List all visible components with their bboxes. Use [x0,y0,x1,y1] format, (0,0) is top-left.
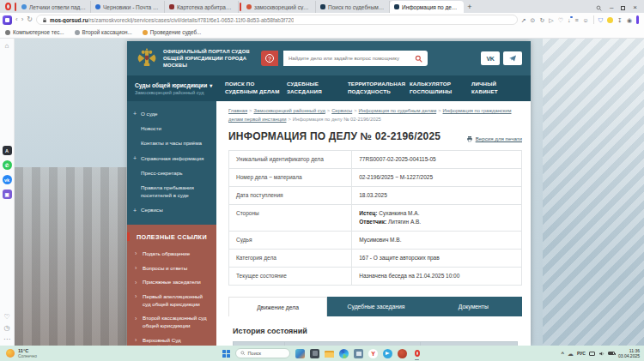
print-link[interactable]: Версия для печати [466,135,522,142]
sidebar-item-0[interactable]: О суде [127,106,216,121]
heart-icon[interactable]: ♡ [558,17,563,23]
whatsapp-icon[interactable]: ✆ [3,160,12,170]
browser-tab-3[interactable]: замоскворецкий суд — ... [242,1,316,13]
photos-icon[interactable] [295,349,305,358]
browser-tab-1[interactable]: Черновики - Почта Mail [91,1,165,13]
opera-menu-button[interactable] [2,1,14,12]
breadcrumb-item-2[interactable]: Сервисы [331,108,352,113]
close-button[interactable]: × [633,4,637,11]
download-icon[interactable]: ↓ [568,17,571,23]
sidebar-item-3[interactable]: Справочная информация [127,151,216,165]
sidebar-item-2[interactable]: Контакты и часы приёма [127,136,216,151]
cloud-icon[interactable]: ☁ [568,351,574,357]
home-icon[interactable]: ⌂ [5,42,9,50]
eye-icon[interactable]: ◉ [627,17,632,23]
more-icon[interactable]: ⋯ [3,336,10,343]
bookmark-item-0[interactable]: Компьютерное тес... [5,29,64,35]
breadcrumb-item-1[interactable]: Замоскворецкий районный суд [253,108,325,113]
bookmark-item-2[interactable]: Проведение судеб... [143,29,202,35]
browser-tab-5[interactable]: Информация по делу №... [390,1,464,13]
volume-icon[interactable] [598,351,605,357]
sidebar-item-4[interactable]: Пресс-секретарь [127,165,216,180]
address-bar[interactable]: mos-gorsud.ru/rs/zamoskvoreckij/services… [36,15,518,25]
restore-button[interactable] [621,6,625,10]
useful-link-3[interactable]: Первый апелляционный суд общей юрисдикци… [127,290,216,311]
nav-item-4[interactable]: ЛИЧНЫЙ КАБИНЕТ [471,81,519,96]
opera-icon[interactable] [412,349,422,358]
search-icon[interactable] [415,55,422,63]
battery-icon[interactable] [608,352,615,356]
taskbar-search[interactable]: Поиск [235,348,290,358]
sidebar-item-1[interactable]: Новости [127,121,216,135]
back-button[interactable]: ‹ [15,16,18,23]
browser-tab-4[interactable]: Поиск по судебным дел... [316,1,390,13]
sidebar-item-5[interactable]: Правила пребывания посетителей в суде [127,181,216,203]
share-icon[interactable]: ↗ [521,17,526,23]
browser-toolbar: ‹ › ↻ mos-gorsud.ru/rs/zamoskvoreckij/se… [0,13,644,27]
language-indicator[interactable]: РУС [577,351,586,356]
sidebar-item-6[interactable]: Сервисы [127,203,216,218]
history-icon[interactable]: ◷ [4,325,10,332]
useful-link-2[interactable]: Присяжные заседатели [127,275,216,290]
history-icon[interactable]: ↻ [539,17,544,23]
explorer-icon[interactable] [325,349,334,358]
vk-button[interactable]: VK [481,51,500,65]
store-icon[interactable] [354,349,363,358]
vk-messenger-icon[interactable]: vk [3,175,12,184]
display-icon[interactable] [589,352,595,356]
history-heading: История состояний [233,327,522,335]
useful-link-4[interactable]: Второй кассационный суд общей юрисдикции [127,311,216,333]
court-selector[interactable]: Суды общей юрисдикции▾ Замоскворецкий ра… [127,82,216,95]
breadcrumb-item-3[interactable]: Информация по судебным делам [359,108,437,113]
yandex-icon[interactable]: Y [368,349,378,358]
bookmark-item-1[interactable]: Второй кассацион... [75,29,132,35]
heart-icon[interactable]: ♡ [3,314,9,321]
browser-tab-0[interactable]: Летчики отвели падающ... [17,1,91,13]
nav-item-3[interactable]: КАЛЬКУЛЯТОР ГОСПОШЛИНЫ [410,81,471,96]
page-title: ИНФОРМАЦИЯ ПО ДЕЛУ № 02-2196/2025 [228,130,440,142]
useful-link-5[interactable]: Верховный Суд Российской Федерации [127,334,216,346]
hidden-icons-chevron[interactable]: ^ [561,351,564,356]
sidebar-toggle-icon[interactable] [636,15,639,24]
brave-icon[interactable] [398,349,407,358]
new-tab-button[interactable]: + [464,1,476,13]
minimize-button[interactable]: – [610,4,613,11]
messenger-icon[interactable]: ▣ [3,190,12,199]
telegram-button[interactable] [503,51,522,65]
useful-link-0[interactable]: Подать обращение [127,247,216,262]
case-tab-2[interactable]: Документы [425,297,522,316]
case-tab-0[interactable]: Движение дела [228,297,327,316]
weather-widget[interactable]: 11°C Солнечно [6,348,37,358]
toolbar-icons: ↗ ⊙ ↻ ▷ ♡ ↓ ≡ ☺ ⛉ ↧ ◉ [521,15,639,24]
forward-button[interactable]: › [21,16,24,23]
useful-link-1[interactable]: Вопросы и ответы [127,262,216,276]
detail-label: Категория дела [229,250,352,268]
task-view-icon[interactable] [310,349,319,358]
clock[interactable]: 11:36 03.04.2025 [618,348,640,359]
tab-search-icon[interactable] [596,5,602,11]
edge-icon[interactable] [339,349,349,358]
nav-item-2[interactable]: ТЕРРИТОРИАЛЬНАЯ ПОДСУДНОСТЬ [348,81,410,96]
aria-icon[interactable]: A [3,146,12,155]
site-search-input[interactable] [289,56,411,61]
save-icon[interactable]: ↧ [617,17,623,23]
case-tab-1[interactable]: Судебные заседания [327,297,424,316]
cart-icon[interactable]: ⛉ [598,17,603,23]
case-details-table: Уникальный идентификатор дела 77RS0007-0… [228,150,522,286]
speed-dial-icon[interactable] [3,15,12,25]
assistant-button[interactable]: ? [261,51,278,66]
reload-button[interactable]: ↻ [27,16,33,23]
smiley-icon[interactable] [607,17,613,23]
window-controls: – × [596,4,644,13]
breadcrumb-item-0[interactable]: Главная [228,108,247,113]
browser-tab-2[interactable]: Картотека арбитражны... [165,1,239,13]
nav-item-1[interactable]: СУДЕБНЫЕ ЗАСЕДАНИЯ [287,81,348,96]
profile-icon[interactable]: ☺ [583,17,589,23]
reader-icon[interactable]: ≡ [575,17,579,23]
play-icon[interactable]: ▷ [549,17,553,23]
detail-label: Дата поступления [229,186,352,204]
nav-item-0[interactable]: ПОИСК ПО СУДЕБНЫМ ДЕЛАМ [225,81,287,96]
screenshot-icon[interactable]: ⊙ [531,17,536,23]
start-button[interactable] [222,350,230,358]
telegram-icon[interactable] [383,349,392,358]
